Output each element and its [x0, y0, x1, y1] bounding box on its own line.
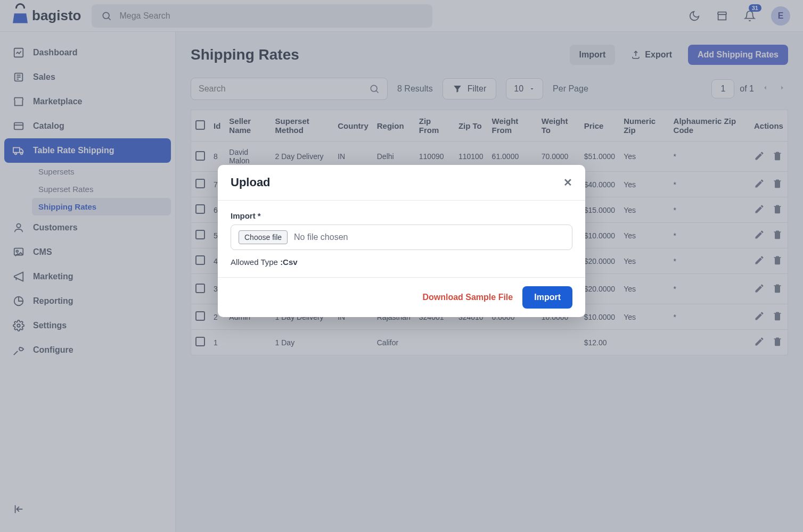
allowed-type: Allowed Type :Csv	[231, 257, 572, 267]
upload-modal: Upload ✕ Import * Choose file No file ch…	[218, 165, 585, 317]
import-submit-button[interactable]: Import	[522, 286, 572, 309]
file-status: No file chosen	[294, 232, 348, 242]
choose-file-button[interactable]: Choose file	[239, 230, 288, 244]
modal-title: Upload	[231, 176, 271, 189]
close-icon[interactable]: ✕	[563, 176, 572, 189]
file-input[interactable]: Choose file No file chosen	[231, 225, 572, 250]
import-label: Import *	[231, 211, 572, 220]
download-sample-link[interactable]: Download Sample File	[422, 293, 513, 302]
modal-overlay[interactable]: Upload ✕ Import * Choose file No file ch…	[0, 0, 803, 532]
